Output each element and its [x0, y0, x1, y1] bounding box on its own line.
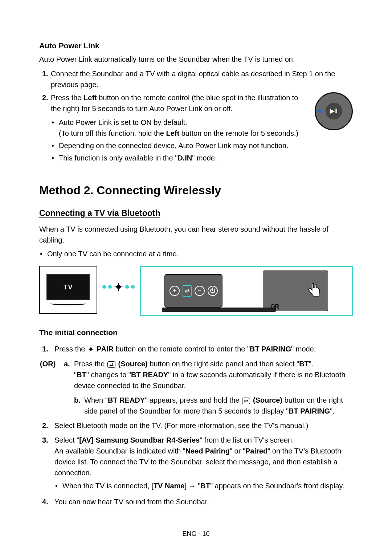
list-item: b. When "BT READY" appears, press and ho…	[74, 395, 353, 416]
step-text: Connect the Soundbar and a TV with a dig…	[51, 68, 353, 90]
page-footer: ENG - 10	[39, 529, 353, 537]
list-item: 4. You can now hear TV sound from the So…	[39, 496, 353, 507]
step-number: 1.	[39, 343, 54, 355]
sub-letter: a.	[64, 358, 74, 391]
hand-press-icon	[305, 280, 323, 298]
bt-intro: When a TV is connected using Bluetooth, …	[39, 224, 353, 245]
bt-notes: Only one TV can be connected at a time.	[39, 248, 353, 259]
step-content: ▶II Press the Left button on the remote …	[51, 92, 353, 165]
step-number: 3.	[39, 435, 54, 493]
auto-power-title: Auto Power Link	[39, 40, 353, 52]
list-item: 1. Connect the Soundbar and a TV with a …	[39, 68, 353, 90]
bt-diagram: TV ✦ + ⇄ − ⏻ OR	[39, 266, 353, 316]
source-icon: ⇄	[183, 285, 192, 297]
list-item: When the TV is connected, [TV Name] → "B…	[54, 480, 353, 491]
step-number: 2.	[39, 420, 54, 431]
list-item: 2. Select Bluetooth mode on the TV. (For…	[39, 420, 353, 431]
list-item: Depending on the connected device, Auto …	[51, 140, 353, 151]
power-icon: ⏻	[208, 286, 218, 296]
method2-title: Method 2. Connecting Wirelessly	[39, 182, 353, 199]
plus-icon: +	[170, 286, 180, 296]
bluetooth-icon: ✦	[114, 279, 123, 295]
tv-label: TV	[46, 274, 90, 300]
control-panel: + ⇄ − ⏻	[164, 274, 222, 308]
source-icon: ⇄	[107, 361, 115, 368]
tv-illustration: TV	[39, 266, 97, 314]
left-spot-icon	[318, 109, 322, 113]
sub-letter: b.	[74, 395, 84, 416]
list-item: 1. Press the ✦ PAIR button on the remote…	[39, 343, 353, 355]
bluetooth-signal-icon: ✦	[102, 279, 135, 295]
list-item: 2. ▶II Press the Left button on the remo…	[39, 92, 353, 165]
bluetooth-icon: ✦	[88, 344, 94, 355]
soundbar-illustration: + ⇄ − ⏻ OR	[140, 266, 353, 316]
auto-power-list: 1. Connect the Soundbar and a TV with a …	[39, 68, 353, 165]
bt-subtitle: Connecting a TV via Bluetooth	[39, 207, 353, 220]
list-item: (OR) a. Press the ⇄ (Source) button on t…	[39, 358, 353, 391]
minus-icon: −	[195, 286, 205, 296]
soundbar-icon	[162, 308, 276, 312]
source-icon: ⇄	[242, 398, 250, 404]
list-item: This function is only available in the "…	[51, 152, 353, 163]
initial-title: The initial connection	[39, 327, 353, 338]
list-item: 3. Select "[AV] Samsung Soundbar R4-Seri…	[39, 435, 353, 493]
list-item: Auto Power Link is set to ON by default.…	[51, 117, 353, 139]
step-number: 4.	[39, 496, 54, 507]
step-number: 1.	[39, 68, 51, 90]
or-label: OR	[270, 302, 279, 311]
step-number: 2.	[39, 92, 51, 165]
list-item: Only one TV can be connected at a time.	[39, 248, 353, 259]
auto-power-desc: Auto Power Link automatically turns on t…	[39, 54, 353, 65]
or-marker: (OR)	[39, 358, 64, 391]
